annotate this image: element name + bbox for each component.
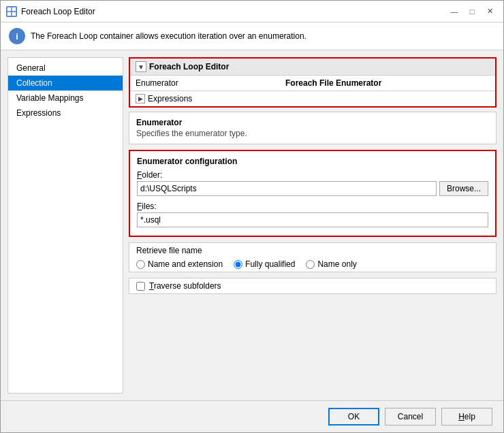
sidebar-item-general[interactable]: General (8, 61, 123, 76)
enumerator-section-title: Enumerator (136, 118, 489, 127)
retrieve-title: Retrieve file name (136, 246, 489, 255)
minimize-button[interactable]: — (446, 5, 462, 18)
folder-label: Folder: (137, 170, 488, 180)
info-icon: i (9, 28, 25, 44)
title-bar-left: Foreach Loop Editor (6, 6, 95, 17)
info-bar: i The Foreach Loop container allows exec… (1, 22, 503, 50)
svg-rect-0 (7, 7, 11, 11)
sidebar-item-expressions[interactable]: Expressions (8, 106, 123, 121)
window-icon (6, 6, 17, 17)
traverse-section: Traverse subfolders (129, 278, 497, 294)
left-panel: General Collection Variable Mappings Exp… (7, 57, 123, 394)
retrieve-section: Retrieve file name Name and extension Fu… (129, 242, 497, 272)
enumerator-value: Foreach File Enumerator (285, 78, 381, 88)
radio-name-ext[interactable]: Name and extension (136, 259, 223, 269)
ok-button[interactable]: OK (328, 408, 379, 426)
files-input-row (137, 212, 488, 227)
browse-button[interactable]: Browse... (439, 181, 488, 196)
files-label: Files: (137, 202, 488, 211)
radio-fully-qualified-label: Fully qualified (245, 259, 295, 269)
enumerator-section-desc: Specifies the enumerator type. (136, 129, 489, 138)
svg-rect-2 (7, 12, 11, 16)
folder-input-row: Browse... (137, 181, 488, 196)
expand-button[interactable]: ▶ (136, 94, 145, 103)
maximize-button[interactable]: □ (464, 5, 480, 18)
sidebar-item-variable-mappings[interactable]: Variable Mappings (8, 91, 123, 106)
config-title: Enumerator configuration (137, 157, 488, 166)
cancel-button[interactable]: Cancel (385, 408, 436, 426)
editor-title-row: ▼ Foreach Loop Editor (130, 59, 495, 76)
config-section: Enumerator configuration Folder: Browse.… (129, 150, 497, 237)
radio-name-only-input[interactable] (306, 260, 315, 269)
editor-title: Foreach Loop Editor (149, 62, 229, 71)
traverse-checkbox[interactable] (136, 282, 145, 291)
traverse-label: Traverse subfolders (149, 281, 221, 291)
svg-rect-1 (12, 7, 16, 11)
help-button[interactable]: Help (441, 408, 492, 426)
sidebar-item-collection[interactable]: Collection (8, 76, 123, 91)
title-bar: Foreach Loop Editor — □ ✕ (1, 1, 503, 22)
editor-header: ▼ Foreach Loop Editor Enumerator Foreach… (129, 57, 497, 108)
folder-row: Folder: Browse... (137, 170, 488, 196)
radio-name-only-label: Name only (317, 259, 356, 269)
radio-name-ext-input[interactable] (136, 260, 145, 269)
enumerator-section: Enumerator Specifies the enumerator type… (129, 112, 497, 144)
close-button[interactable]: ✕ (482, 5, 498, 18)
enumerator-row: Enumerator Foreach File Enumerator (130, 76, 495, 91)
title-bar-buttons: — □ ✕ (446, 5, 498, 18)
folder-input[interactable] (137, 181, 437, 196)
radio-name-only[interactable]: Name only (306, 259, 356, 269)
radio-name-ext-label: Name and extension (148, 259, 223, 269)
collapse-button[interactable]: ▼ (136, 61, 146, 72)
enumerator-label: Enumerator (136, 78, 285, 88)
files-input[interactable] (137, 212, 488, 227)
files-row: Files: (137, 202, 488, 227)
main-area: General Collection Variable Mappings Exp… (1, 50, 503, 400)
svg-rect-3 (12, 12, 16, 16)
radio-fully-qualified-input[interactable] (234, 260, 242, 269)
radio-fully-qualified[interactable]: Fully qualified (234, 259, 295, 269)
expressions-label: Expressions (148, 94, 192, 103)
foreach-loop-editor-window: Foreach Loop Editor — □ ✕ i The Foreach … (0, 0, 504, 433)
expressions-row: ▶ Expressions (130, 91, 495, 106)
info-text: The Foreach Loop container allows execut… (31, 31, 306, 41)
radio-group: Name and extension Fully qualified Name … (136, 259, 489, 269)
right-panel: ▼ Foreach Loop Editor Enumerator Foreach… (129, 57, 497, 394)
bottom-bar: OK Cancel Help (1, 400, 503, 432)
window-title: Foreach Loop Editor (21, 7, 95, 16)
